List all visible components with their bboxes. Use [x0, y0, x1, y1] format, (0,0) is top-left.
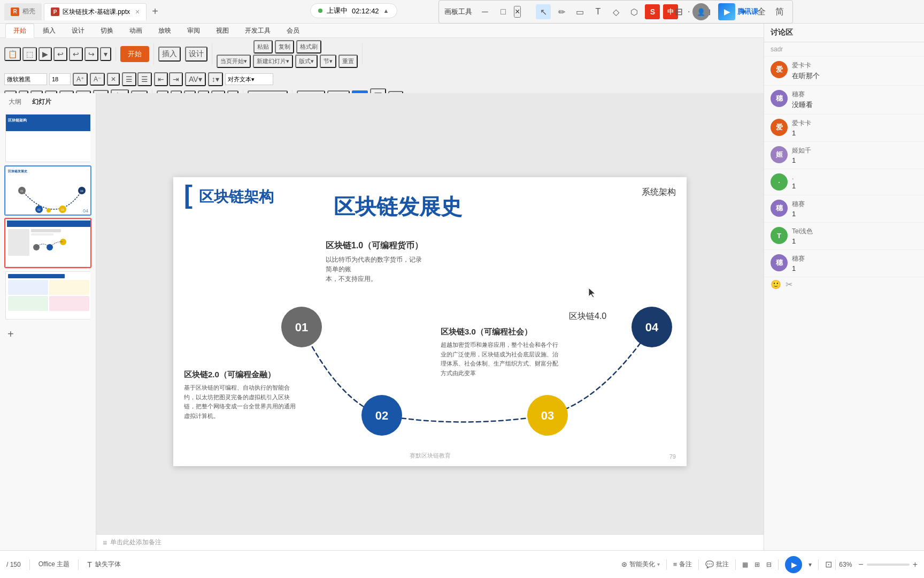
ribbon-tab-dev[interactable]: 开发工具 [237, 24, 278, 37]
clear-format-btn[interactable]: ✕ [107, 73, 120, 86]
node01-title: 区块链1.0（可编程货币） [326, 240, 423, 252]
zoom-level-text: 63% [839, 561, 852, 568]
layout-btn[interactable]: 新建幻灯片▾ [253, 55, 293, 68]
ribbon-tab-review[interactable]: 审阅 [180, 24, 207, 37]
comments-btn[interactable]: 💬 批注 [705, 560, 729, 569]
restore-drawing-btn[interactable]: □ [496, 4, 511, 19]
highlight-tool-btn[interactable]: ⬡ [627, 4, 642, 19]
ribbon-tab-animation[interactable]: 动画 [122, 24, 150, 37]
fit-width-btn[interactable]: ⊡ [825, 559, 832, 569]
ribbon-tab-view[interactable]: 视图 [209, 24, 236, 37]
panel-tab-slides[interactable]: 幻灯片 [29, 96, 55, 108]
tab-close-icon[interactable]: × [135, 7, 140, 16]
node03-label: 区块链3.0（可编程社会） 超越加密货币和兼容应用，整个社会和各个行业的广泛使用… [441, 327, 564, 378]
reset2-btn[interactable]: 重置 [338, 55, 358, 68]
format-copy-btn[interactable]: ⬚ [22, 47, 37, 61]
start-slideshow-btn[interactable]: 开始 [120, 46, 149, 62]
font-missing-info[interactable]: T 缺失字体 [87, 560, 121, 569]
emoji-icon[interactable]: 🙂 [771, 279, 781, 290]
design-btn[interactable]: 设计 [185, 47, 207, 62]
smart-beauty-btn[interactable]: ⊛ 智能美化 ▾ [621, 560, 660, 569]
minimize-drawing-btn[interactable]: ─ [478, 4, 492, 19]
redo-btn[interactable]: ↪ [84, 47, 98, 61]
redo-dropdown-btn[interactable]: ▾ [100, 47, 111, 61]
copy-btn[interactable]: 复制 [275, 40, 294, 54]
add-tab-button[interactable]: + [149, 5, 161, 18]
slide-thumb-1[interactable]: 区块链架构 [4, 113, 91, 163]
theme-info[interactable]: Office 主题 [38, 560, 70, 569]
zoom-slider[interactable] [867, 564, 910, 566]
page-start-btn[interactable]: ▶ [38, 47, 52, 61]
thumb4-cell3 [8, 296, 48, 311]
live-arrow-icon[interactable]: ▲ [383, 7, 389, 14]
slide-subtitle-area: 区块链发展史 [334, 192, 462, 222]
play-dropdown-btn[interactable]: ▾ [808, 561, 812, 568]
char-spacing-btn[interactable]: AV▾ [185, 72, 206, 86]
jian-tool-btn[interactable]: 简 [772, 4, 787, 19]
page-info[interactable]: / 150 [6, 561, 21, 568]
eraser-tool-btn[interactable]: ◇ [609, 4, 623, 19]
view-normal-btn[interactable]: ▦ [742, 561, 748, 568]
node03-title: 区块链3.0（可编程社会） [441, 327, 564, 337]
tab-wps-label: 稻壳 [22, 7, 35, 16]
font-size-select[interactable]: 18 [49, 73, 71, 85]
slide-thumb-2[interactable]: 区块链发展史 01 02 03 04 04 [4, 165, 91, 216]
zoom-in-btn[interactable]: + [913, 560, 918, 569]
status-sep7 [818, 559, 819, 570]
play-slideshow-btn[interactable]: ▶ [785, 556, 802, 573]
scissors-icon[interactable]: ✂ [786, 279, 792, 290]
bullets-btn[interactable]: ☰ [122, 72, 136, 86]
layout-toggle-btn[interactable]: ⊟ [669, 2, 688, 21]
tab-ppt[interactable]: P 区块链技术-基础课.pptx × [44, 3, 147, 20]
ribbon-tab-vip[interactable]: 会员 [279, 24, 307, 37]
right-panel: 讨论区 sadr 爱 爱卡卡 在听那个 穗 穗赛 没睡看 爱 爱卡卡 1 姬 姬… [764, 24, 924, 550]
paste-btn[interactable]: 📋 [4, 47, 21, 61]
indent-decrease-btn[interactable]: ⇤ [154, 72, 168, 86]
panel-tab-outline[interactable]: 大纲 [5, 96, 25, 108]
slide-main-title: 区块链架构 [199, 187, 274, 207]
main-canvas-area[interactable]: [ 区块链架构 区块链发展史 系统架构 01 02 03 [96, 93, 764, 550]
undo-arrow-btn[interactable]: ↩ [69, 47, 83, 61]
ribbon-tab-transition[interactable]: 切换 [93, 24, 121, 37]
text-tool-btn[interactable]: T [590, 4, 605, 19]
pen-tool-btn[interactable]: ✏ [554, 4, 569, 19]
ribbon-tab-insert[interactable]: 插入 [35, 24, 63, 37]
notes-btn[interactable]: ≡ 备注 [673, 560, 692, 569]
line-spacing-btn[interactable]: ↕▾ [208, 72, 223, 86]
zoom-out-btn[interactable]: − [858, 560, 863, 569]
cut-btn[interactable]: 粘贴 [253, 40, 273, 54]
numbered-btn[interactable]: ☰ [137, 72, 152, 86]
avatar-7: 穗 [771, 254, 788, 271]
slide-canvas[interactable]: [ 区块链架构 区块链发展史 系统架构 01 02 03 [173, 177, 687, 466]
new-slide-btn[interactable]: 当页开始▾ [217, 55, 251, 68]
slide-thumb-3[interactable] [4, 218, 91, 268]
user-avatar[interactable]: 👤 [692, 3, 710, 20]
reset-btn[interactable]: 版式▾ [295, 55, 318, 68]
ribbon-tab-slideshow[interactable]: 放映 [151, 24, 179, 37]
notes-bar[interactable]: ≡ 单击此处添加备注 [96, 534, 764, 550]
comment-text-2: 1 [792, 129, 918, 137]
view-split-btn[interactable]: ⊟ [766, 561, 772, 568]
undo-btn[interactable]: ↩ [53, 47, 67, 61]
slide-thumb-4[interactable] [4, 270, 91, 321]
format-brush-btn[interactable]: 格式刷 [296, 40, 321, 54]
add-slide-btn[interactable]: + [0, 323, 96, 346]
view-grid-btn[interactable]: ⊞ [754, 561, 760, 568]
rect-tool-btn[interactable]: ▭ [572, 4, 587, 19]
cursor-tool-btn[interactable]: ↖ [536, 4, 551, 19]
align-text-select[interactable]: 对齐文本▾ [225, 73, 273, 85]
comment-item-2: 爱 爱卡卡 1 [764, 115, 924, 142]
live-class-bar[interactable]: 上课中 02:12:42 ▲ [310, 3, 397, 18]
tab-wps[interactable]: R 稻壳 [4, 3, 42, 20]
comment-content-7: 穗赛 1 [792, 254, 918, 272]
ribbon-tab-design[interactable]: 设计 [64, 24, 92, 37]
indent-increase-btn[interactable]: ⇥ [169, 72, 183, 86]
comment-user-1: 穗赛 [792, 90, 918, 99]
section-btn[interactable]: 节▾ [320, 55, 336, 68]
font-size-up-btn[interactable]: A⁺ [73, 73, 88, 86]
ribbon-tab-start[interactable]: 开始 [5, 24, 34, 38]
font-family-select[interactable]: 微软雅黑 [4, 73, 47, 85]
close-drawing-btn[interactable]: × [514, 6, 521, 18]
insert-btn[interactable]: 插入 [158, 47, 181, 62]
font-size-down-btn[interactable]: A⁻ [90, 73, 105, 86]
